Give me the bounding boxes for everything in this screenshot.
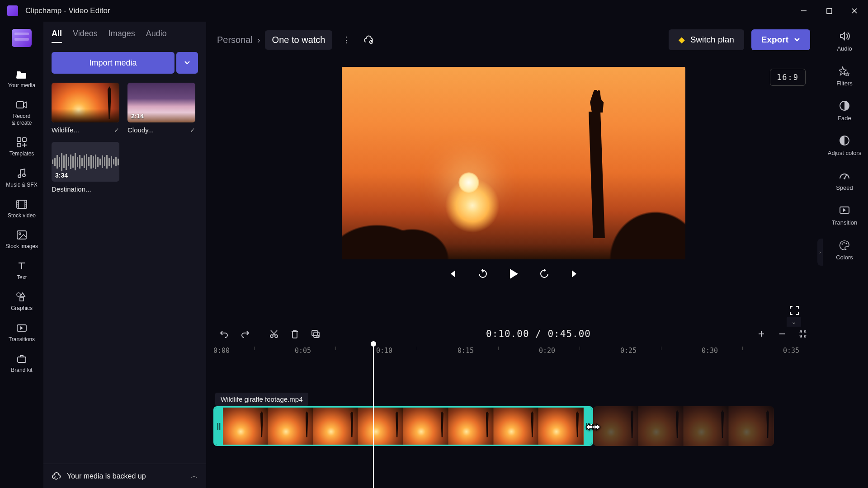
project-title[interactable]: One to watch <box>265 30 333 50</box>
switch-plan-button[interactable]: ◆ Switch plan <box>669 29 744 50</box>
svg-rect-4 <box>17 102 24 108</box>
sidebar-item-graphics[interactable]: Graphics <box>11 291 33 311</box>
topbar: Personal › One to watch ⋮ ◆ Switch plan … <box>206 22 821 58</box>
media-thumbnail <box>52 83 119 122</box>
duplicate-button[interactable] <box>307 325 325 343</box>
delete-button[interactable] <box>286 325 304 343</box>
left-sidebar: Your media Record & create Templates Mus… <box>0 22 43 488</box>
media-item-cloudy[interactable]: 2:14 Cloudy... ✓ <box>127 83 195 134</box>
chevron-down-icon <box>794 38 800 42</box>
media-duration: 2:14 <box>131 113 144 120</box>
chevron-right-icon: › <box>257 35 260 45</box>
transition-icon <box>838 204 851 216</box>
timeline-panel: ⌄ 0:10.00 / 0:45.00 0:00 0:05 0:10 0:15 … <box>206 321 821 488</box>
sidebar-item-brand-kit[interactable]: Brand kit <box>11 353 32 373</box>
sidebar-item-templates[interactable]: Templates <box>9 137 34 157</box>
skip-end-button[interactable] <box>568 267 582 281</box>
timeline-time-display: 0:10.00 / 0:45.00 <box>327 328 750 339</box>
rewind-button[interactable] <box>476 267 490 281</box>
breadcrumb-root[interactable]: Personal <box>217 35 253 45</box>
timeline-clip[interactable]: || || <box>213 406 593 446</box>
media-item-wildlife[interactable]: Wildlife... ✓ <box>52 83 119 134</box>
close-button[interactable] <box>848 5 861 17</box>
sidebar-item-music-sfx[interactable]: Music & SFX <box>6 168 37 188</box>
app-icon <box>7 5 18 16</box>
zoom-fit-button[interactable] <box>794 325 812 343</box>
templates-icon <box>15 137 28 148</box>
minimize-button[interactable] <box>797 5 810 17</box>
rightpanel-adjust-colors[interactable]: Adjust colors <box>828 134 861 156</box>
film-icon <box>15 199 28 210</box>
cloud-sync-button[interactable] <box>360 33 377 47</box>
import-media-dropdown[interactable] <box>176 52 198 74</box>
shapes-icon <box>15 291 28 302</box>
media-tab-images[interactable]: Images <box>108 29 135 43</box>
svg-rect-29 <box>312 330 317 336</box>
play-button[interactable] <box>506 267 521 281</box>
more-options-button[interactable]: ⋮ <box>340 32 353 47</box>
filters-icon <box>838 65 851 77</box>
zoom-in-button[interactable] <box>752 325 770 343</box>
forward-button[interactable] <box>537 267 552 281</box>
player-controls <box>445 267 582 281</box>
right-sidebar: Audio Filters Fade Adjust colors Speed T… <box>821 22 868 488</box>
rightpanel-fade[interactable]: Fade <box>838 99 851 122</box>
redo-button[interactable] <box>236 325 254 343</box>
svg-point-37 <box>844 178 845 179</box>
clipchamp-logo-icon[interactable] <box>12 29 32 47</box>
media-item-label: Wildlife... <box>52 126 79 134</box>
clip-ghost <box>593 406 774 446</box>
speaker-icon <box>838 30 851 42</box>
rightpanel-filters[interactable]: Filters <box>836 65 852 87</box>
rightpanel-transition[interactable]: Transition <box>832 204 858 226</box>
rightpanel-colors[interactable]: Colors <box>836 239 853 261</box>
media-item-label: Destination... <box>52 185 91 193</box>
clip-handle-left[interactable]: || <box>215 408 223 445</box>
briefcase-icon <box>15 353 28 364</box>
sidebar-item-stock-video[interactable]: Stock video <box>8 199 36 219</box>
chevron-up-icon: ︿ <box>191 471 198 481</box>
split-button[interactable] <box>265 325 283 343</box>
cloud-sync-icon <box>52 472 61 480</box>
sidebar-item-record-create[interactable]: Record & create <box>12 99 32 126</box>
preview-canvas[interactable] <box>342 67 685 259</box>
backup-status-bar[interactable]: Your media is backed up ︿ <box>43 464 206 488</box>
media-tab-videos[interactable]: Videos <box>73 29 98 43</box>
aspect-ratio-button[interactable]: 16:9 <box>770 69 806 86</box>
sidebar-item-transitions[interactable]: Transitions <box>9 323 35 343</box>
playhead[interactable] <box>373 344 374 488</box>
media-tab-all[interactable]: All <box>52 29 62 43</box>
check-icon: ✓ <box>114 127 119 134</box>
undo-button[interactable] <box>215 325 233 343</box>
check-icon: ✓ <box>190 127 195 134</box>
svg-rect-1 <box>827 9 832 14</box>
rightpanel-speed[interactable]: Speed <box>836 169 853 191</box>
media-item-destination[interactable]: 3:34 Destination... <box>52 142 119 193</box>
timeline-tracks[interactable]: Wildlife giraffe footage.mp4 || || <box>213 365 814 488</box>
media-duration: 3:34 <box>55 172 68 179</box>
sidebar-item-text[interactable]: Text <box>15 261 28 281</box>
rightpanel-audio[interactable]: Audio <box>837 30 852 52</box>
right-collapse-handle[interactable]: › <box>817 239 823 266</box>
maximize-button[interactable] <box>823 5 835 17</box>
svg-point-21 <box>19 233 21 235</box>
svg-rect-6 <box>23 138 26 141</box>
fullscreen-button[interactable] <box>789 305 799 315</box>
timeline-collapse-button[interactable]: ⌄ <box>787 317 801 327</box>
image-icon <box>15 230 28 240</box>
media-tab-audio[interactable]: Audio <box>146 29 167 43</box>
sidebar-item-stock-images[interactable]: Stock images <box>5 230 38 249</box>
zoom-out-button[interactable] <box>773 325 791 343</box>
transitions-icon <box>15 323 28 333</box>
palette-icon <box>838 239 851 251</box>
sidebar-item-your-media[interactable]: Your media <box>8 69 35 89</box>
timeline-ruler[interactable]: 0:00 0:05 0:10 0:15 0:20 0:25 0:30 0:35 <box>213 347 814 365</box>
svg-rect-7 <box>17 143 21 147</box>
camera-icon <box>15 99 28 110</box>
skip-start-button[interactable] <box>445 267 459 281</box>
export-button[interactable]: Export <box>751 29 810 50</box>
folder-icon <box>15 69 28 80</box>
media-panel: All Videos Images Audio Import media Wil… <box>43 22 206 488</box>
import-media-button[interactable]: Import media <box>52 52 175 74</box>
backup-status-text: Your media is backed up <box>67 472 146 480</box>
